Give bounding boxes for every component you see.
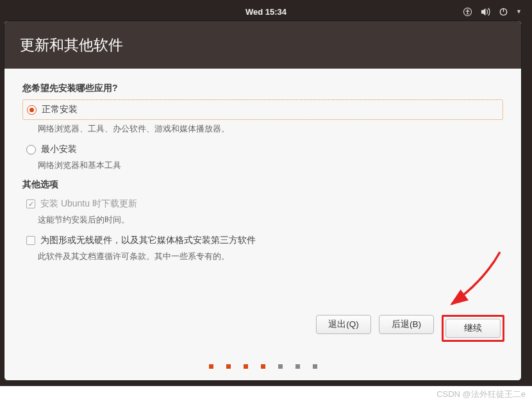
checkbox-icon xyxy=(26,199,35,208)
install-question: 您希望先安装哪些应用? xyxy=(22,83,503,94)
page-title: 更新和其他软件 xyxy=(20,35,123,55)
quit-button[interactable]: 退出(Q) xyxy=(316,315,371,334)
normal-install-label: 正常安装 xyxy=(42,104,78,115)
progress-dot xyxy=(278,364,283,369)
back-button[interactable]: 后退(B) xyxy=(379,315,434,334)
continue-button[interactable]: 继续 xyxy=(445,319,501,338)
download-updates-option: 安装 Ubuntu 时下载更新 xyxy=(22,197,503,211)
progress-dot xyxy=(244,364,248,369)
checkbox-icon xyxy=(26,236,35,245)
progress-dot xyxy=(226,364,231,369)
radio-icon xyxy=(26,145,36,155)
watermark: CSDN @法外狂徒王二e xyxy=(436,389,526,400)
normal-install-option[interactable]: 正常安装 xyxy=(22,99,503,120)
clock: Wed 15:34 xyxy=(245,7,287,17)
power-icon[interactable] xyxy=(499,7,508,17)
continue-highlight: 继续 xyxy=(442,315,504,342)
progress-dots xyxy=(4,364,521,369)
third-party-option[interactable]: 为图形或无线硬件，以及其它媒体格式安装第三方软件 xyxy=(22,233,503,248)
minimal-install-label: 最小安装 xyxy=(41,144,77,155)
button-row: 退出(Q) 后退(B) 继续 xyxy=(316,315,504,342)
installer-window: 更新和其他软件 您希望先安装哪些应用? 正常安装 网络浏览器、工具、办公软件、游… xyxy=(4,21,522,381)
download-updates-desc: 这能节约安装后的时间。 xyxy=(38,215,503,226)
volume-icon[interactable] xyxy=(480,7,491,17)
installer-header: 更新和其他软件 xyxy=(4,21,521,69)
minimal-install-option[interactable]: 最小安装 xyxy=(22,142,503,156)
other-options-title: 其他选项 xyxy=(22,179,503,190)
normal-install-desc: 网络浏览器、工具、办公软件、游戏和媒体播放器。 xyxy=(38,124,503,135)
minimal-install-desc: 网络浏览器和基本工具 xyxy=(38,160,503,171)
dropdown-caret-icon[interactable]: ▼ xyxy=(516,8,522,15)
accessibility-icon[interactable] xyxy=(463,7,472,17)
progress-dot xyxy=(295,364,300,369)
system-topbar: Wed 15:34 ▼ xyxy=(4,4,528,19)
svg-point-1 xyxy=(467,9,468,10)
progress-dot xyxy=(209,364,213,369)
progress-dot xyxy=(313,364,317,369)
third-party-desc: 此软件及其文档遵循许可条款。其中一些系专有的。 xyxy=(38,251,503,262)
progress-dot xyxy=(261,364,265,369)
radio-icon xyxy=(27,105,37,115)
download-updates-label: 安装 Ubuntu 时下载更新 xyxy=(40,198,137,210)
third-party-label: 为图形或无线硬件，以及其它媒体格式安装第三方软件 xyxy=(40,235,256,246)
